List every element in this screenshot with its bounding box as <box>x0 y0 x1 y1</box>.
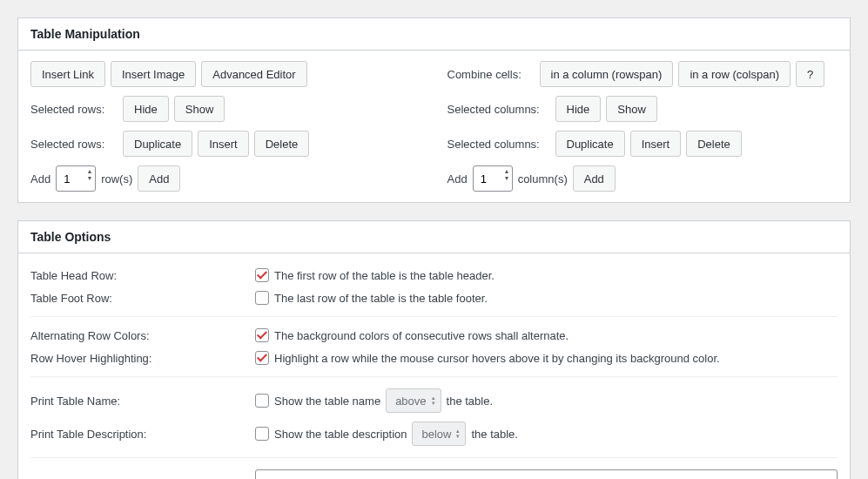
add-cols-button[interactable]: Add <box>573 165 616 192</box>
cols-count-stepper[interactable]: ▴▾ <box>473 165 513 192</box>
rows-unit-label: row(s) <box>101 172 132 186</box>
add-rows-button[interactable]: Add <box>138 165 180 192</box>
opt-alt-row: Alternating Row Colors: The background c… <box>30 324 838 347</box>
print-name-position-select[interactable]: above ▴▾ <box>386 388 441 413</box>
selected-cols-label-2: Selected columns: <box>447 138 550 151</box>
opt-hover-checkbox[interactable] <box>255 351 269 365</box>
opt-print-desc-row: Print Table Description: Show the table … <box>30 417 838 450</box>
manip-left-column: Insert Link Insert Image Advanced Editor… <box>30 61 421 192</box>
selected-cols-label-1: Selected columns: <box>447 103 550 116</box>
opt-head-label: Table Head Row: <box>30 269 248 282</box>
opt-hover-label: Row Hover Highlighting: <box>30 352 248 365</box>
opt-head-row: Table Head Row: The first row of the tab… <box>30 264 838 287</box>
cols-unit-label: column(s) <box>518 172 568 186</box>
rows-delete-button[interactable]: Delete <box>254 131 310 157</box>
combine-cells-label: Combine cells: <box>447 68 535 81</box>
opt-alt-desc: The background colors of consecutive row… <box>274 329 569 342</box>
opt-print-desc-label: Print Table Description: <box>30 428 248 441</box>
manip-right-column: Combine cells: in a column (rowspan) in … <box>447 61 838 192</box>
opt-print-desc-checkbox[interactable] <box>255 427 269 441</box>
rows-insert-button[interactable]: Insert <box>198 131 249 157</box>
combine-colspan-button[interactable]: in a row (colspan) <box>678 61 791 87</box>
table-manipulation-panel: Table Manipulation Insert Link Insert Im… <box>17 17 851 203</box>
combine-rowspan-button[interactable]: in a column (rowspan) <box>540 61 674 87</box>
opt-hover-row: Row Hover Highlighting: Highlight a row … <box>30 347 838 369</box>
cols-delete-button[interactable]: Delete <box>686 131 742 157</box>
opt-alt-checkbox[interactable] <box>255 328 269 342</box>
cols-show-button[interactable]: Show <box>606 96 657 122</box>
opt-print-desc-post: the table. <box>471 428 518 441</box>
opt-print-name-row: Print Table Name: Show the table name ab… <box>30 384 838 417</box>
opt-foot-checkbox[interactable] <box>255 291 269 305</box>
cols-duplicate-button[interactable]: Duplicate <box>555 131 625 157</box>
opt-print-name-label: Print Table Name: <box>30 395 248 408</box>
opt-print-name-post: the table. <box>447 395 494 408</box>
separator <box>30 376 838 377</box>
opt-print-desc-pre: Show the table description <box>274 428 407 441</box>
print-name-position-value: above <box>395 395 426 408</box>
selected-rows-label-1: Selected rows: <box>30 103 118 116</box>
extra-css-classes-input[interactable] <box>255 469 838 479</box>
opt-css-label: Extra CSS Classes: <box>30 469 248 479</box>
table-manipulation-title: Table Manipulation <box>18 18 850 51</box>
stepper-icon[interactable]: ▴▾ <box>88 172 91 186</box>
combine-help-button[interactable]: ? <box>796 61 824 87</box>
chevron-updown-icon: ▴▾ <box>432 395 435 406</box>
insert-link-button[interactable]: Insert Link <box>30 61 105 87</box>
opt-print-name-pre: Show the table name <box>274 395 380 408</box>
separator <box>30 457 838 458</box>
rows-count-stepper[interactable]: ▴▾ <box>56 165 96 192</box>
cols-hide-button[interactable]: Hide <box>555 96 602 122</box>
opt-print-name-checkbox[interactable] <box>255 394 269 408</box>
opt-head-checkbox[interactable] <box>255 268 269 282</box>
rows-duplicate-button[interactable]: Duplicate <box>123 131 192 157</box>
opt-foot-row: Table Foot Row: The last row of the tabl… <box>30 287 838 309</box>
opt-alt-label: Alternating Row Colors: <box>30 329 248 342</box>
stepper-icon[interactable]: ▴▾ <box>505 172 508 186</box>
insert-image-button[interactable]: Insert Image <box>111 61 196 87</box>
opt-head-desc: The first row of the table is the table … <box>274 269 495 282</box>
rows-hide-button[interactable]: Hide <box>123 96 169 122</box>
cols-count-input[interactable] <box>481 172 505 186</box>
add-rows-label: Add <box>30 172 50 186</box>
selected-rows-label-2: Selected rows: <box>30 138 118 151</box>
opt-css-row: Extra CSS Classes: Additional CSS classe… <box>30 465 838 479</box>
rows-count-input[interactable] <box>64 172 88 186</box>
advanced-editor-button[interactable]: Advanced Editor <box>201 61 306 87</box>
print-desc-position-select[interactable]: below ▴▾ <box>412 422 466 446</box>
table-options-title: Table Options <box>18 221 850 253</box>
cols-insert-button[interactable]: Insert <box>630 131 682 157</box>
table-options-panel: Table Options Table Head Row: The first … <box>17 220 851 479</box>
separator <box>30 316 838 317</box>
chevron-updown-icon: ▴▾ <box>456 428 460 439</box>
opt-foot-label: Table Foot Row: <box>30 292 248 305</box>
rows-show-button[interactable]: Show <box>174 96 225 122</box>
opt-foot-desc: The last row of the table is the table f… <box>274 292 488 305</box>
add-cols-label: Add <box>447 172 468 186</box>
print-desc-position-value: below <box>421 428 451 441</box>
opt-hover-desc: Highlight a row while the mouse cursor h… <box>274 352 720 365</box>
